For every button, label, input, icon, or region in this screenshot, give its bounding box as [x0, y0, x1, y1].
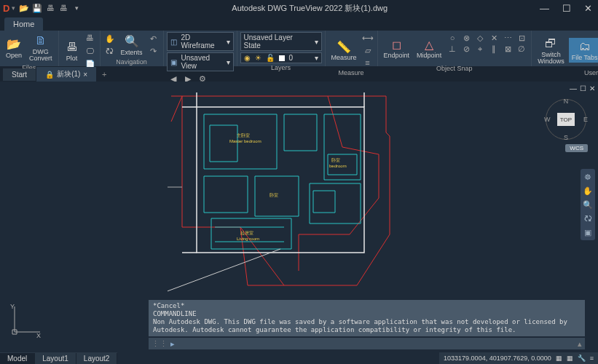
extents-button[interactable]: 🔍 Extents [118, 33, 146, 58]
close-tab-icon[interactable]: × [83, 71, 87, 79]
dwg-convert-button[interactable]: 🗎 DWG Convert [26, 32, 55, 63]
annotation-scale-icon[interactable]: 🔧 [578, 355, 586, 362]
coordinates-readout: 1033179.0004, 401907.7629, 0.0000 [444, 355, 551, 362]
compass-n[interactable]: N [564, 98, 569, 105]
model-toggle-icon[interactable]: ▦ [556, 355, 562, 362]
cmd-label-line: COMMANDLINE [153, 310, 581, 318]
orbit-icon[interactable]: 🗘 [103, 45, 117, 57]
panel-navigation: ✋ 🗘 🔍 Extents ↶ ↷ Navigation [101, 31, 164, 66]
app-menu-chevron[interactable]: ▾ [12, 4, 15, 12]
measure-button[interactable]: 📏 Measure [328, 38, 360, 63]
viewcube[interactable]: TOP N S E W [546, 99, 586, 140]
viewcube-face-top[interactable]: TOP [557, 113, 575, 126]
cmd-recent-icon[interactable]: ▴ [578, 339, 582, 349]
ruler-icon: 📏 [337, 39, 351, 54]
osnap-tangent-icon[interactable]: ⊘ [460, 43, 473, 55]
switch-windows-button[interactable]: 🗗 Switch Windows [535, 35, 567, 66]
plot-button[interactable]: 🖶 Plot [62, 39, 82, 63]
osnap-quadrant-icon[interactable]: ◇ [473, 32, 487, 44]
list-icon[interactable]: ≡ [361, 57, 374, 68]
compass-e[interactable]: E [583, 116, 588, 123]
layer-current-dropdown[interactable]: ◉ ☀ 🔓 0 ▾ [240, 52, 322, 63]
distance-icon[interactable]: ⟷ [361, 32, 374, 44]
layout-tab-2[interactable]: Layout2 [76, 353, 118, 364]
dwg-convert-icon: 🗎 [34, 33, 48, 48]
midpoint-button[interactable]: △ Midpoint [414, 36, 444, 60]
grid-toggle-icon[interactable]: ▦ [567, 355, 573, 362]
canvas-minimize-button[interactable]: — [570, 84, 577, 92]
printer-icon: 🖶 [65, 40, 79, 55]
named-view-dropdown[interactable]: ▣ Unsaved View ▾ [167, 52, 234, 71]
wcs-badge[interactable]: WCS [565, 144, 588, 152]
panel-layers: Unsaved Layer State ▾ ◉ ☀ 🔓 0 ▾ Layers [237, 31, 326, 66]
area-icon[interactable]: ▱ [361, 44, 374, 56]
close-button[interactable]: ✕ [581, 3, 595, 14]
svg-line-1 [171, 96, 182, 122]
ribbon-tabstrip: Home [0, 16, 598, 31]
command-history: *Cancel* COMMANDLINE Non Autodesk DWG. T… [149, 300, 585, 336]
customize-icon[interactable]: ≡ [590, 355, 594, 362]
command-input[interactable] [178, 340, 575, 348]
zoom-back-icon[interactable]: ↶ [147, 33, 160, 44]
osnap-grid: ○ ⊗ ◇ ✕ ⋯ ⊡ ⊥ ⊘ ⌖ ∥ ⊠ ∅ [446, 32, 528, 64]
tabs-icon: 🗂 [578, 39, 592, 54]
osnap-intersection-icon[interactable]: ✕ [487, 32, 500, 44]
layout-tab-model[interactable]: Model [0, 353, 35, 364]
preview-icon[interactable]: 🖵 [84, 45, 97, 57]
qat-chevron-down-icon[interactable]: ▾ [71, 2, 82, 14]
osnap-none-icon[interactable]: ∅ [515, 43, 528, 55]
cmd-handle-icon[interactable]: ⋮⋮ [152, 339, 168, 349]
save-icon[interactable]: 💾 [31, 2, 43, 14]
canvas-close-button[interactable]: ✕ [589, 84, 595, 92]
tab-start[interactable]: Start [3, 68, 36, 81]
drawing-canvas[interactable]: — ☐ ✕ TOP N S E W WCS ☸ ✋ 🔍 🗘 ▣ [0, 82, 598, 352]
file-tabs-button[interactable]: 🗂 File Tabs [569, 38, 598, 63]
osnap-extension-icon[interactable]: ⋯ [501, 32, 514, 44]
steering-wheel-icon[interactable]: ☸ [582, 171, 594, 183]
pan-tool-icon[interactable]: ✋ [582, 185, 594, 197]
osnap-parallel-icon[interactable]: ∥ [487, 43, 500, 55]
canvas-maximize-button[interactable]: ☐ [580, 84, 586, 92]
orbit-tool-icon[interactable]: 🗘 [582, 213, 594, 224]
svg-rect-8 [284, 114, 317, 151]
compass-w[interactable]: W [544, 116, 551, 123]
layout-tab-1[interactable]: Layout1 [35, 353, 76, 364]
compass-s[interactable]: S [564, 134, 568, 141]
osnap-insertion-icon[interactable]: ⊡ [515, 32, 528, 44]
svg-text:X: X [36, 332, 41, 339]
canvas-window-controls: — ☐ ✕ [570, 84, 595, 92]
osnap-nearest-icon[interactable]: ⌖ [473, 43, 487, 55]
osnap-node-icon[interactable]: ⊗ [460, 32, 473, 44]
svg-rect-14 [210, 125, 237, 162]
endpoint-button[interactable]: ◻ Endpoint [381, 36, 413, 60]
tab-file[interactable]: 🔒 新块(1) × [36, 67, 97, 82]
add-tab-button[interactable]: + [97, 70, 111, 79]
zoom-extents-icon: 🔍 [125, 34, 139, 49]
panel-view: ◫ 2D Wireframe ▾ ▣ Unsaved View ▾ ◀ ▶ ⚙ … [164, 31, 237, 66]
cmd-warning-line: Non Autodesk DWG. This DWG file was save… [153, 318, 581, 334]
plot-icon[interactable]: 🖶 [44, 2, 56, 14]
open-icon[interactable]: 📂 [18, 2, 30, 14]
command-input-row: ⋮⋮ ▸ ▴ [149, 338, 585, 349]
svg-text:主卧室: 主卧室 [237, 132, 250, 138]
osnap-apparent-icon[interactable]: ⊠ [501, 43, 514, 55]
windows-icon: 🗗 [543, 36, 558, 51]
publish-icon[interactable]: 🖶 [58, 2, 69, 14]
ribbon-tab-home[interactable]: Home [4, 17, 43, 31]
panel-measure: 📏 Measure ⟷ ▱ ≡ Measure [326, 31, 378, 66]
osnap-center-icon[interactable]: ○ [446, 32, 459, 44]
lock-open-icon: 🔓 [266, 54, 275, 62]
showmotion-icon[interactable]: ▣ [582, 226, 594, 238]
visual-style-dropdown[interactable]: ◫ 2D Wireframe ▾ [167, 32, 234, 51]
minimize-button[interactable]: — [537, 3, 552, 14]
osnap-perpendicular-icon[interactable]: ⊥ [446, 43, 459, 55]
zoom-tool-icon[interactable]: 🔍 [582, 199, 594, 210]
layer-state-dropdown[interactable]: Unsaved Layer State ▾ [240, 32, 322, 51]
chevron-down-icon: ▾ [315, 54, 318, 62]
pan-icon[interactable]: ✋ [103, 33, 117, 44]
panel-navigation-label: Navigation [103, 58, 160, 66]
batch-plot-icon[interactable]: 🖶 [84, 32, 97, 44]
zoom-forward-icon[interactable]: ↷ [147, 45, 160, 57]
maximize-button[interactable]: ☐ [559, 3, 574, 14]
open-button[interactable]: 📂 Open [3, 36, 25, 60]
